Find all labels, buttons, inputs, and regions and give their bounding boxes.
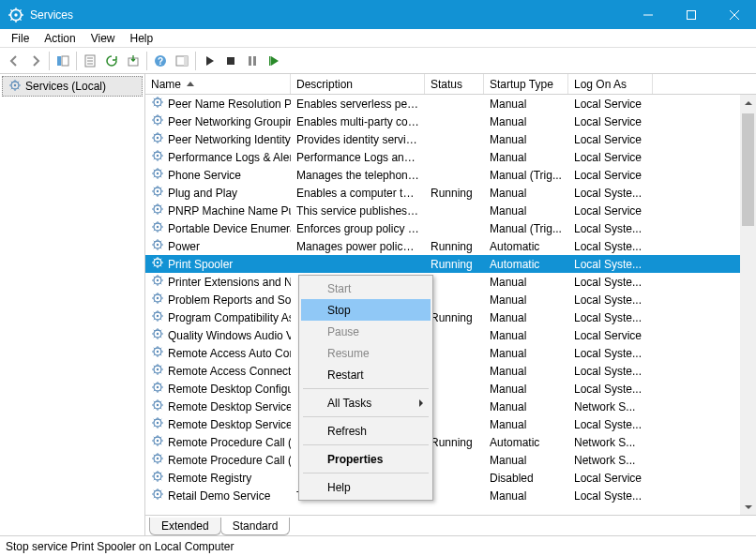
export-list-button[interactable]: [123, 51, 144, 71]
service-row[interactable]: Portable Device Enumerator...Enforces gr…: [145, 219, 756, 237]
service-row[interactable]: Peer Networking GroupingEnables multi-pa…: [145, 113, 756, 130]
svg-point-22: [157, 137, 159, 139]
view-tabs: Extended Standard: [145, 515, 756, 535]
service-row[interactable]: Plug and PlayEnables a computer to r...R…: [145, 184, 756, 202]
svg-text:?: ?: [158, 56, 163, 67]
tree-root-services-local[interactable]: Services (Local): [2, 76, 143, 97]
pause-service-button[interactable]: [242, 51, 263, 71]
tab-extended[interactable]: Extended: [149, 518, 221, 535]
service-startup-type: Manual (Trig...: [484, 169, 568, 182]
svg-point-58: [157, 458, 159, 459]
svg-point-52: [157, 404, 159, 406]
tab-standard[interactable]: Standard: [220, 518, 291, 535]
service-row[interactable]: Phone ServiceManages the telephony ...Ma…: [145, 166, 756, 184]
service-name: Phone Service: [168, 169, 241, 182]
service-name: Peer Name Resolution Prot...: [168, 98, 291, 111]
help-button[interactable]: ?: [150, 51, 171, 71]
menu-action[interactable]: Action: [37, 31, 83, 46]
list-header: Name Description Status Startup Type Log…: [145, 74, 756, 95]
service-startup-type: Disabled: [484, 472, 568, 485]
scroll-thumb[interactable]: [742, 113, 754, 226]
forward-button[interactable]: [25, 51, 46, 71]
context-menu-pause[interactable]: Pause: [301, 321, 431, 342]
service-status: Running: [425, 187, 484, 200]
service-name: Program Compatibility Assi...: [168, 311, 291, 324]
column-header-description[interactable]: Description: [291, 74, 425, 94]
service-row[interactable]: Problem Reports and Soluti...ManualLocal…: [145, 291, 756, 308]
stop-service-button[interactable]: [220, 51, 241, 71]
context-menu-separator: [303, 444, 429, 445]
back-button[interactable]: [4, 51, 24, 71]
service-name: PNRP Machine Name Publi...: [168, 204, 291, 218]
refresh-button[interactable]: [101, 51, 122, 71]
gear-icon: [151, 398, 164, 414]
svg-rect-14: [269, 56, 271, 66]
svg-rect-12: [249, 56, 251, 66]
service-row[interactable]: Peer Networking Identity M...Provides id…: [145, 130, 756, 148]
service-log-on-as: Local Syste...: [568, 489, 653, 503]
list-panel: Name Description Status Startup Type Log…: [145, 74, 756, 535]
service-log-on-as: Local Syste...: [568, 293, 653, 307]
context-menu-refresh[interactable]: Refresh: [301, 420, 431, 442]
svg-point-42: [157, 315, 159, 317]
menu-help[interactable]: Help: [123, 31, 161, 46]
context-menu-separator: [303, 416, 429, 417]
service-startup-type: Manual: [484, 276, 568, 289]
service-row[interactable]: Remote Desktop Services U...ManualLocal …: [145, 415, 756, 433]
gear-icon: [151, 488, 164, 503]
service-row[interactable]: Retail Demo ServiceThe Retail Demo servi…: [145, 487, 756, 504]
service-row[interactable]: Program Compatibility Assi...RunningManu…: [145, 308, 756, 326]
maximize-button[interactable]: [670, 0, 713, 29]
minimize-button[interactable]: [627, 0, 670, 29]
scroll-down-button[interactable]: [740, 499, 756, 515]
context-menu-help[interactable]: Help: [301, 476, 431, 498]
vertical-scrollbar[interactable]: [740, 95, 756, 515]
service-row[interactable]: PNRP Machine Name Publi...This service p…: [145, 202, 756, 219]
service-row[interactable]: Remote RegistryDisabledLocal Service: [145, 469, 756, 487]
properties-button[interactable]: [80, 51, 100, 71]
show-hide-tree-button[interactable]: [53, 51, 73, 71]
service-log-on-as: Local Service: [568, 115, 653, 128]
service-row[interactable]: Remote Desktop ServicesManualNetwork S..…: [145, 398, 756, 415]
service-row[interactable]: Remote Desktop Configurat...ManualLocal …: [145, 380, 756, 398]
context-menu-resume[interactable]: Resume: [301, 342, 431, 364]
service-row[interactable]: PowerManages power policy a...RunningAut…: [145, 237, 756, 255]
service-log-on-as: Local Syste...: [568, 365, 653, 378]
context-menu-stop[interactable]: Stop: [301, 299, 431, 321]
menu-view[interactable]: View: [83, 31, 123, 46]
service-row[interactable]: Print SpoolerRunningAutomaticLocal Syste…: [145, 255, 756, 273]
service-row[interactable]: Quality Windows Audio Vid...ManualLocal …: [145, 326, 756, 344]
scroll-up-button[interactable]: [740, 95, 756, 111]
context-menu-restart[interactable]: Restart: [301, 364, 431, 385]
service-row[interactable]: Remote Procedure Call (RP...ManualNetwor…: [145, 451, 756, 469]
context-menu: Start Stop Pause Resume Restart All Task…: [298, 275, 433, 501]
start-service-button[interactable]: [199, 51, 219, 71]
service-row[interactable]: Remote Access Auto Conne...ManualLocal S…: [145, 344, 756, 362]
svg-point-62: [157, 493, 159, 495]
column-header-status[interactable]: Status: [425, 74, 484, 94]
context-menu-separator: [303, 388, 429, 389]
list-body[interactable]: Peer Name Resolution Prot...Enables serv…: [145, 95, 756, 515]
column-header-startup-type[interactable]: Startup Type: [484, 74, 568, 94]
column-header-name[interactable]: Name: [145, 74, 291, 94]
menu-file[interactable]: File: [4, 31, 37, 46]
service-name: Remote Desktop Configurat...: [168, 383, 291, 396]
context-menu-all-tasks[interactable]: All Tasks: [301, 392, 431, 413]
column-header-log-on-as[interactable]: Log On As: [568, 74, 653, 94]
service-row[interactable]: Peer Name Resolution Prot...Enables serv…: [145, 95, 756, 113]
window-title: Services: [30, 8, 627, 22]
show-hide-action-pane-button[interactable]: [172, 51, 192, 71]
service-row[interactable]: Remote Procedure Call (RPC)RunningAutoma…: [145, 433, 756, 451]
svg-point-28: [157, 190, 159, 192]
service-row[interactable]: Remote Access Connection...ManualLocal S…: [145, 362, 756, 380]
service-log-on-as: Local Service: [568, 98, 653, 111]
service-row[interactable]: Performance Logs & AlertsPerformance Log…: [145, 148, 756, 166]
service-name: Problem Reports and Soluti...: [168, 293, 291, 307]
context-menu-properties[interactable]: Properties: [301, 448, 431, 470]
context-menu-start[interactable]: Start: [301, 278, 431, 299]
service-name: Remote Desktop Services U...: [168, 418, 291, 431]
service-row[interactable]: Printer Extensions and Notif...ManualLoc…: [145, 273, 756, 291]
restart-service-button[interactable]: [264, 51, 284, 71]
close-button[interactable]: [713, 0, 756, 29]
service-name: Portable Device Enumerator...: [168, 222, 291, 235]
